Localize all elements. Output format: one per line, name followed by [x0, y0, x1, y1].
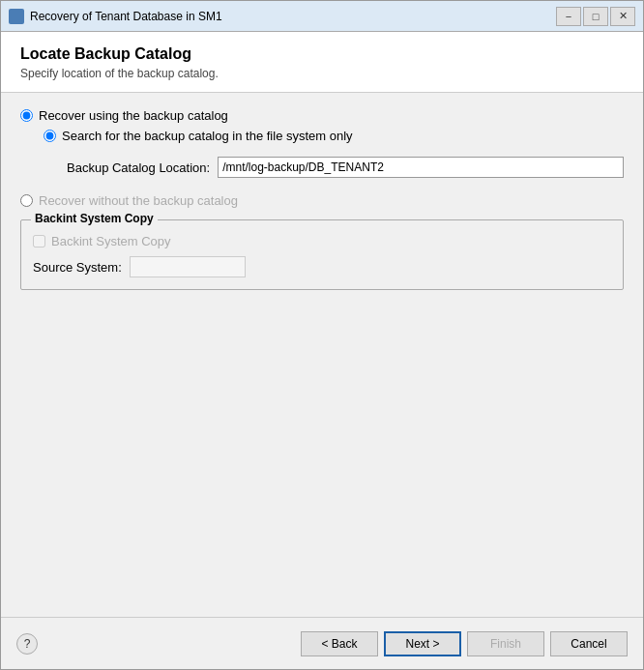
- backint-group-content: Backint System Copy Source System:: [33, 234, 611, 277]
- footer-buttons: < Back Next > Finish Cancel: [301, 631, 628, 656]
- content-area: Recover using the backup catalog Search …: [1, 93, 643, 617]
- backint-group-legend: Backint System Copy: [31, 212, 158, 225]
- backint-checkbox-label[interactable]: Backint System Copy: [51, 234, 171, 248]
- search-filesystem-option[interactable]: Search for the backup catalog in the fil…: [44, 129, 624, 143]
- catalog-location-label: Backup Catalog Location:: [67, 160, 210, 175]
- backint-checkbox[interactable]: [33, 235, 45, 248]
- back-button[interactable]: < Back: [301, 631, 378, 656]
- search-filesystem-radio[interactable]: [44, 130, 56, 142]
- recover-without-catalog-radio[interactable]: [20, 194, 33, 207]
- recover-using-catalog-option[interactable]: Recover using the backup catalog: [20, 108, 624, 123]
- backint-group-box: Backint System Copy Backint System Copy …: [20, 219, 624, 290]
- next-button[interactable]: Next >: [384, 631, 461, 656]
- window-title: Recovery of Tenant Database in SM1: [30, 10, 556, 23]
- finish-button[interactable]: Finish: [467, 631, 544, 656]
- help-button[interactable]: ?: [16, 633, 38, 655]
- source-system-row: Source System:: [33, 256, 611, 277]
- title-bar: Recovery of Tenant Database in SM1 − □ ✕: [1, 1, 643, 32]
- recover-without-catalog-option[interactable]: Recover without the backup catalog: [20, 193, 624, 208]
- recover-without-catalog-label[interactable]: Recover without the backup catalog: [39, 193, 238, 208]
- sub-options: Search for the backup catalog in the fil…: [44, 129, 624, 178]
- window-icon: [9, 9, 24, 24]
- minimize-button[interactable]: −: [556, 7, 581, 26]
- close-button[interactable]: ✕: [610, 7, 635, 26]
- window-controls: − □ ✕: [556, 7, 635, 26]
- maximize-button[interactable]: □: [583, 7, 608, 26]
- catalog-options-group: Recover using the backup catalog Search …: [20, 108, 624, 208]
- recover-using-catalog-label[interactable]: Recover using the backup catalog: [39, 108, 228, 123]
- search-filesystem-label[interactable]: Search for the backup catalog in the fil…: [62, 129, 353, 143]
- catalog-location-input[interactable]: [218, 157, 624, 178]
- catalog-location-row: Backup Catalog Location:: [67, 157, 624, 178]
- recover-using-catalog-radio[interactable]: [20, 109, 33, 122]
- main-window: Recovery of Tenant Database in SM1 − □ ✕…: [0, 0, 644, 670]
- page-title: Locate Backup Catalog: [20, 45, 624, 63]
- page-subtitle: Specify location of the backup catalog.: [20, 67, 624, 80]
- cancel-button[interactable]: Cancel: [550, 631, 628, 656]
- source-system-label: Source System:: [33, 260, 122, 275]
- footer: ? < Back Next > Finish Cancel: [1, 617, 643, 669]
- header-section: Locate Backup Catalog Specify location o…: [1, 32, 643, 93]
- backint-checkbox-row[interactable]: Backint System Copy: [33, 234, 611, 248]
- source-system-input[interactable]: [130, 256, 246, 277]
